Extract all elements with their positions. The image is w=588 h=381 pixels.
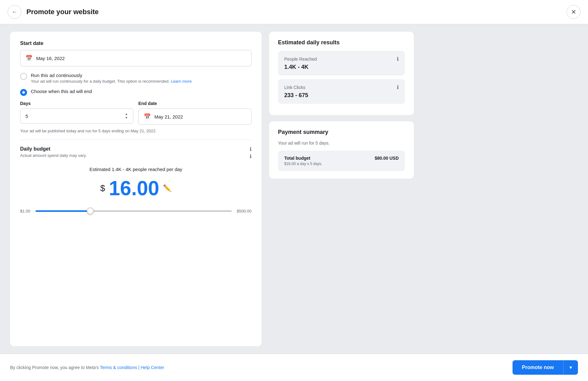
header: ← Promote your website ✕ [0, 0, 588, 24]
people-reached-label: People Reached [284, 57, 317, 62]
budget-slider-container: $1.00 $500.00 [20, 207, 252, 215]
days-input[interactable]: 5 ▲ ▼ [20, 108, 133, 124]
header-left: ← Promote your website [8, 5, 99, 19]
daily-budget-title: Daily budget Actual amount spend daily m… [20, 146, 86, 165]
link-clicks-label: Link Clicks [284, 85, 305, 90]
learn-more-link[interactable]: Learn more [171, 79, 191, 84]
right-panel: Estimated daily results People Reached ℹ… [269, 32, 414, 346]
people-reached-header: People Reached ℹ [284, 56, 399, 62]
footer-disclaimer: By clicking Promote now, you agree to Me… [10, 365, 99, 370]
payment-subtitle: Your ad will run for 5 days. [278, 141, 405, 146]
start-date-value: May 16, 2022 [36, 56, 65, 61]
payment-summary-title: Payment summary [278, 129, 405, 135]
radio-continuous-label: Run this ad continuously [31, 73, 192, 78]
help-center-link[interactable]: Help Center [141, 365, 164, 370]
left-panel: Start date 📅 May 16, 2022 Run this ad co… [10, 32, 262, 346]
days-label: Days [20, 101, 133, 106]
info-icons: ℹ ℹ [250, 146, 252, 159]
footer: By clicking Promote now, you agree to Me… [0, 354, 588, 381]
spinner-down[interactable]: ▼ [125, 116, 128, 119]
payment-row: Total budget $16.00 a day x 5 days. $80.… [284, 156, 399, 166]
slider-fill [36, 210, 91, 212]
total-budget-label: Total budget [284, 156, 322, 161]
slider-min-label: $1.00 [20, 209, 31, 213]
radio-choose-end-label: Choose when this ad will end [31, 89, 92, 94]
daily-budget-header: Daily budget Actual amount spend daily m… [20, 146, 252, 165]
info-icon-1[interactable]: ℹ [250, 146, 252, 152]
end-date-label: End date [138, 101, 252, 106]
radio-choose-end-text: Choose when this ad will end [31, 89, 92, 94]
spinner-up[interactable]: ▲ [125, 113, 128, 116]
edit-icon[interactable]: ✏️ [163, 184, 171, 192]
footer-text: By clicking Promote now, you agree to Me… [10, 365, 164, 370]
enddate-group: End date 📅 May 21, 2022 [138, 101, 252, 125]
radio-continuous-text: Run this ad continuously Your ad will ru… [31, 73, 192, 84]
end-calendar-icon: 📅 [144, 113, 151, 120]
radio-continuous-sublabel: Your ad will run continuously for a dail… [31, 79, 192, 84]
estimated-results-card: Estimated daily results People Reached ℹ… [269, 32, 414, 115]
link-clicks-value: 233 - 675 [284, 92, 399, 99]
start-date-input[interactable]: 📅 May 16, 2022 [20, 50, 252, 66]
dollar-sign: $ [100, 183, 105, 193]
radio-choose-end[interactable]: Choose when this ad will end [20, 89, 252, 96]
daily-budget-label: Daily budget [20, 146, 86, 152]
main-content: Start date 📅 May 16, 2022 Run this ad co… [0, 24, 588, 354]
days-group: Days 5 ▲ ▼ [20, 101, 133, 125]
divider [20, 140, 252, 140]
terms-link[interactable]: Terms & conditions [100, 365, 137, 370]
start-date-label: Start date [20, 41, 252, 46]
spinner-arrows[interactable]: ▲ ▼ [125, 113, 128, 119]
end-date-input[interactable]: 📅 May 21, 2022 [138, 108, 252, 125]
people-reached-box: People Reached ℹ 1.4K - 4K [278, 51, 405, 75]
slider-track [36, 210, 232, 212]
total-budget-sublabel: $16.00 a day x 5 days. [284, 162, 322, 166]
payment-label-group: Total budget $16.00 a day x 5 days. [284, 156, 322, 166]
daily-budget-sublabel: Actual amount spend daily may vary. [20, 153, 86, 158]
link-clicks-box: Link Clicks ℹ 233 - 675 [278, 79, 405, 104]
info-icon-2[interactable]: ℹ [250, 153, 252, 159]
radio-continuous[interactable]: Run this ad continuously Your ad will ru… [20, 73, 252, 84]
link-clicks-info-icon[interactable]: ℹ [397, 84, 399, 90]
ad-summary-text: Your ad will be published today and run … [20, 129, 252, 133]
budget-slider[interactable] [36, 207, 232, 215]
people-reached-value: 1.4K - 4K [284, 64, 399, 70]
footer-actions: Promote now ▼ [513, 360, 578, 375]
estimated-results-title: Estimated daily results [278, 39, 405, 46]
budget-reached-text: Estimated 1.4K - 4K people reached per d… [20, 167, 252, 172]
calendar-icon: 📅 [25, 55, 32, 62]
total-budget-amount: $80.00 USD [375, 156, 399, 161]
promote-now-button[interactable]: Promote now [513, 360, 563, 375]
radio-choose-end-circle[interactable] [20, 89, 27, 96]
budget-amount: 16.00 [109, 178, 159, 198]
back-button[interactable]: ← [8, 5, 21, 19]
radio-continuous-circle[interactable] [20, 73, 27, 80]
slider-thumb[interactable] [87, 207, 94, 214]
slider-max-label: $500.00 [237, 209, 252, 213]
budget-amount-row: $ 16.00 ✏️ [20, 178, 252, 198]
link-clicks-header: Link Clicks ℹ [284, 84, 399, 90]
people-reached-info-icon[interactable]: ℹ [397, 56, 399, 62]
page-title: Promote your website [26, 8, 99, 16]
days-enddate-row: Days 5 ▲ ▼ End date 📅 May 21, 2022 [20, 101, 252, 125]
close-button[interactable]: ✕ [567, 5, 580, 19]
promote-dropdown-button[interactable]: ▼ [563, 360, 578, 375]
days-value: 5 [25, 113, 28, 119]
payment-box: Total budget $16.00 a day x 5 days. $80.… [278, 151, 405, 171]
payment-summary-card: Payment summary Your ad will run for 5 d… [269, 121, 414, 179]
end-date-value: May 21, 2022 [154, 114, 183, 119]
